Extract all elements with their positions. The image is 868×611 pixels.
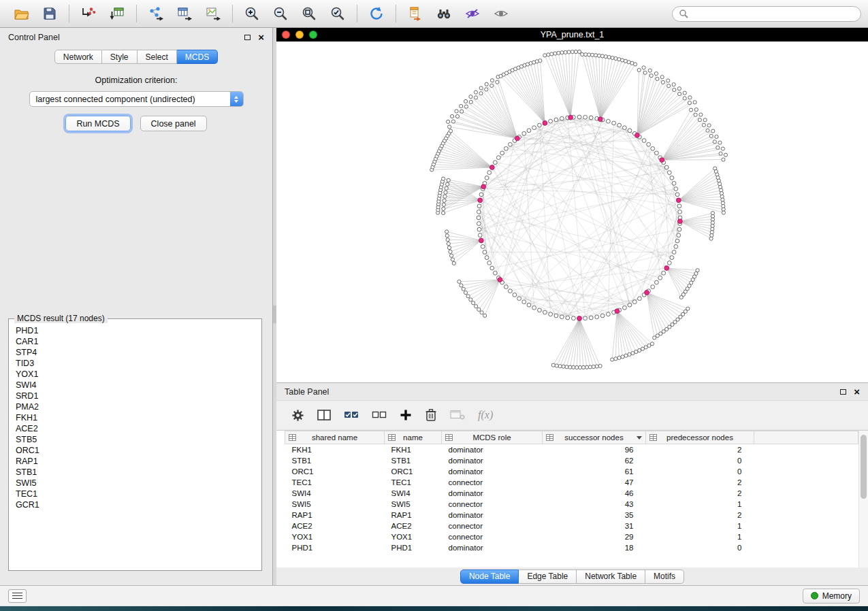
select-all-button[interactable] xyxy=(344,409,359,421)
list-item[interactable]: STB1 xyxy=(16,467,261,478)
column-header-filler xyxy=(754,431,858,444)
search-box[interactable] xyxy=(672,6,861,22)
cell-name: FKH1 xyxy=(385,444,442,456)
maximize-window-button[interactable] xyxy=(309,31,317,39)
list-item[interactable]: RAP1 xyxy=(16,456,261,467)
open-folder-icon xyxy=(14,7,29,20)
mcds-result-title: MCDS result (17 nodes) xyxy=(14,314,108,323)
control-panel-header: Control Panel × xyxy=(0,28,272,46)
tab-select[interactable]: Select xyxy=(138,50,177,64)
tab-mcds[interactable]: MCDS xyxy=(177,50,218,64)
list-item[interactable]: PHD1 xyxy=(16,325,261,336)
table-row[interactable]: TEC1TEC1connector472 xyxy=(285,477,858,488)
tab-network-table[interactable]: Network Table xyxy=(577,569,645,584)
cell-mcds-role: connector xyxy=(442,499,543,510)
list-item[interactable]: ORC1 xyxy=(16,445,261,456)
deselect-all-button[interactable] xyxy=(372,409,387,421)
close-panel-button[interactable]: Close panel xyxy=(140,116,207,131)
zoom-in-button[interactable] xyxy=(238,3,266,24)
table-row[interactable]: PHD1PHD1dominator180 xyxy=(285,542,858,553)
show-hide-button[interactable] xyxy=(487,3,515,24)
list-item[interactable]: GCR1 xyxy=(16,499,261,510)
optimization-criterion-select[interactable]: largest connected component (undirected) xyxy=(29,91,244,107)
list-item[interactable]: TEC1 xyxy=(16,489,261,499)
import-network-button[interactable] xyxy=(74,3,103,24)
column-header-successor-nodes[interactable]: successor nodes xyxy=(543,431,646,444)
cell-shared-name: FKH1 xyxy=(285,444,385,456)
cell-name: PHD1 xyxy=(385,542,442,553)
float-panel-icon[interactable] xyxy=(244,35,251,40)
minimize-window-button[interactable] xyxy=(295,31,304,39)
list-item[interactable]: STP4 xyxy=(16,347,261,358)
cell-predecessor-nodes: 0 xyxy=(646,466,754,477)
column-header-mcds-role[interactable]: MCDS role xyxy=(442,431,543,444)
cell-predecessor-nodes: 0 xyxy=(646,455,754,466)
list-item[interactable]: CAR1 xyxy=(16,336,261,347)
combo-stepper-icon xyxy=(230,92,243,106)
show-columns-button[interactable] xyxy=(317,409,331,421)
tab-network[interactable]: Network xyxy=(54,50,102,64)
column-header-shared-name[interactable]: shared name xyxy=(285,431,385,444)
table-row[interactable]: ACE2ACE2connector311 xyxy=(285,521,858,531)
open-file-button[interactable] xyxy=(7,3,35,24)
column-header-predecessor-nodes[interactable]: predecessor nodes xyxy=(646,431,754,444)
tab-edge-table[interactable]: Edge Table xyxy=(519,569,577,584)
eye-icon xyxy=(494,6,509,21)
toolbar-separator xyxy=(69,5,69,22)
cell-successor-nodes: 47 xyxy=(543,477,646,488)
zoom-fit-button[interactable] xyxy=(295,3,323,24)
node-table-container: shared name name MCDS role successor nod… xyxy=(276,430,868,567)
memory-button[interactable]: Memory xyxy=(803,589,860,604)
status-menu-button[interactable] xyxy=(8,589,27,603)
save-session-button[interactable] xyxy=(35,3,64,24)
clear-table-button[interactable] xyxy=(450,410,465,420)
table-row[interactable]: ORC1ORC1dominator610 xyxy=(285,466,858,477)
network-canvas[interactable] xyxy=(276,42,868,382)
run-mcds-button[interactable]: Run MCDS xyxy=(65,116,130,131)
zoom-selected-button[interactable] xyxy=(323,3,352,24)
export-network-button[interactable] xyxy=(142,3,170,24)
attribute-grid-icon xyxy=(289,434,296,442)
close-window-button[interactable] xyxy=(282,31,290,39)
import-table-button[interactable] xyxy=(103,3,131,24)
table-scrollbar[interactable] xyxy=(858,431,868,567)
refresh-button[interactable] xyxy=(362,3,391,24)
table-row[interactable]: SWI5SWI5connector431 xyxy=(285,499,858,510)
add-column-button[interactable] xyxy=(400,409,412,421)
table-row[interactable]: YOX1YOX1connector291 xyxy=(285,531,858,542)
function-builder-button[interactable]: f(x) xyxy=(478,409,493,421)
table-panel-title: Table Panel xyxy=(285,387,329,397)
list-item[interactable]: STB5 xyxy=(16,434,261,445)
close-table-panel-icon[interactable]: × xyxy=(854,388,860,396)
clone-network-button[interactable] xyxy=(401,3,430,24)
zoom-out-button[interactable] xyxy=(266,3,295,24)
export-image-button[interactable] xyxy=(199,3,227,24)
float-table-panel-icon[interactable] xyxy=(840,389,846,395)
column-header-name[interactable]: name xyxy=(385,431,442,444)
export-table-button[interactable] xyxy=(170,3,199,24)
cell-name: TEC1 xyxy=(385,477,442,488)
close-panel-icon[interactable]: × xyxy=(258,33,264,42)
style-preview-button[interactable] xyxy=(458,3,487,24)
table-row[interactable]: SWI4SWI4dominator462 xyxy=(285,488,858,499)
find-button[interactable] xyxy=(430,3,458,24)
tab-node-table[interactable]: Node Table xyxy=(460,569,519,584)
list-item[interactable]: FKH1 xyxy=(16,412,261,423)
search-input[interactable] xyxy=(692,9,854,18)
tab-motifs[interactable]: Motifs xyxy=(645,569,684,584)
attribute-grid-icon xyxy=(388,434,396,442)
list-item[interactable]: SRD1 xyxy=(16,391,261,401)
list-item[interactable]: TID3 xyxy=(16,358,261,369)
list-item[interactable]: SWI5 xyxy=(16,478,261,489)
list-item[interactable]: ACE2 xyxy=(16,423,261,434)
table-settings-button[interactable] xyxy=(291,409,304,422)
tab-style[interactable]: Style xyxy=(102,50,138,64)
delete-column-button[interactable] xyxy=(425,408,437,422)
table-row[interactable]: RAP1RAP1dominator352 xyxy=(285,510,858,521)
list-item[interactable]: SWI4 xyxy=(16,380,261,391)
table-row[interactable]: STB1STB1dominator620 xyxy=(285,455,858,466)
table-row[interactable]: FKH1FKH1dominator962 xyxy=(285,444,858,456)
list-item[interactable]: PMA2 xyxy=(16,401,261,412)
list-item[interactable]: YOX1 xyxy=(16,369,261,380)
scrollbar-thumb[interactable] xyxy=(861,435,867,499)
